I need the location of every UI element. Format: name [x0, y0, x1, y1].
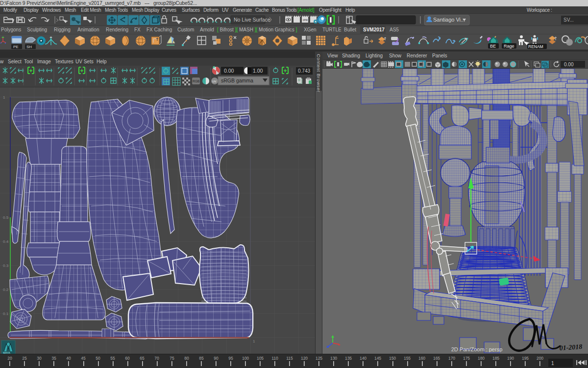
svg-text:90: 90 — [214, 356, 219, 361]
svg-text:60: 60 — [125, 356, 130, 361]
svg-text:20: 20 — [7, 356, 12, 361]
svg-text:40: 40 — [66, 356, 71, 361]
svg-text:IPR: IPR — [303, 19, 308, 22]
svg-text:0.00: 0.00 — [564, 62, 574, 67]
svg-text:30: 30 — [37, 356, 42, 361]
svg-text:45: 45 — [81, 356, 86, 361]
svg-text:1.00: 1.00 — [253, 68, 263, 74]
svg-text:80: 80 — [184, 356, 189, 361]
svg-text:0.4: 0.4 — [3, 239, 9, 244]
svg-text:2D Pan/Zoom : persp: 2D Pan/Zoom : persp — [451, 346, 503, 352]
svg-text:85: 85 — [199, 356, 204, 361]
svg-text:No Live Surface: No Live Surface — [234, 17, 270, 23]
svg-text:170: 170 — [448, 356, 455, 361]
svg-text:Santiago Vi...: Santiago Vi... — [433, 17, 465, 23]
svg-text:RENAM: RENAM — [528, 44, 543, 49]
svg-text:200: 200 — [537, 356, 543, 361]
svg-text:50: 50 — [96, 356, 100, 361]
svg-text:0.3: 0.3 — [3, 263, 9, 268]
svg-text:115: 115 — [286, 356, 293, 361]
svg-text:0.00: 0.00 — [224, 68, 234, 74]
svg-text:1: 1 — [253, 339, 255, 343]
svg-text:195: 195 — [522, 356, 529, 361]
svg-text:100: 100 — [242, 356, 249, 361]
svg-text:0.2: 0.2 — [3, 288, 9, 292]
svg-text:Rage: Rage — [504, 44, 514, 49]
svg-text:150: 150 — [389, 356, 396, 361]
svg-text:sRGB gamma: sRGB gamma — [221, 78, 253, 83]
svg-text:70: 70 — [154, 356, 159, 361]
svg-text:75: 75 — [170, 356, 174, 361]
svg-text:165: 165 — [433, 356, 440, 361]
svg-text:SV...: SV... — [564, 17, 574, 23]
svg-text:120: 120 — [301, 356, 308, 361]
svg-text:35: 35 — [51, 356, 56, 361]
svg-text:190: 190 — [507, 356, 514, 361]
svg-text:1: 1 — [3, 95, 5, 100]
svg-text:160: 160 — [418, 356, 425, 361]
svg-text:135: 135 — [345, 356, 352, 361]
svg-text:140: 140 — [360, 356, 367, 361]
svg-text:145: 145 — [374, 356, 381, 361]
svg-text:RGB: RGB — [193, 79, 199, 83]
svg-text:SH: SH — [26, 45, 32, 49]
svg-text:55: 55 — [110, 356, 115, 361]
svg-text:UV: UV — [212, 80, 216, 83]
svg-text:155: 155 — [404, 356, 411, 361]
svg-text:65: 65 — [140, 356, 145, 361]
svg-text:105: 105 — [257, 356, 264, 361]
svg-text:0.5: 0.5 — [3, 215, 9, 220]
svg-text:185: 185 — [492, 356, 499, 361]
svg-text:0.1: 0.1 — [3, 312, 9, 316]
svg-text:PE: PE — [13, 45, 19, 49]
svg-text:25: 25 — [22, 356, 27, 361]
svg-text:175: 175 — [463, 356, 470, 361]
svg-text:180: 180 — [478, 356, 485, 361]
svg-text:0.743: 0.743 — [298, 68, 310, 74]
svg-text:BE: BE — [490, 44, 496, 49]
svg-text:1: 1 — [551, 361, 554, 366]
svg-text:95: 95 — [228, 356, 233, 361]
svg-text:125: 125 — [316, 356, 322, 361]
svg-text:110: 110 — [271, 356, 278, 361]
svg-text:130: 130 — [330, 356, 337, 361]
